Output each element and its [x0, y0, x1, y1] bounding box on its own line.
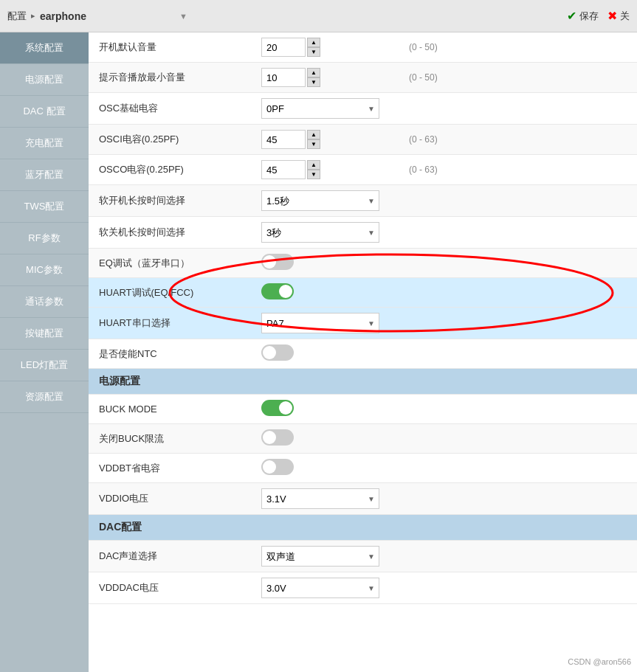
- buck-mode-toggle[interactable]: [261, 400, 294, 416]
- eq-debug-toggle[interactable]: [261, 254, 294, 270]
- close-label: 关: [620, 10, 630, 23]
- row-label: OSCI电容(0.25PF): [89, 125, 251, 155]
- spinbox-input[interactable]: [261, 130, 306, 149]
- sidebar-item-bluetooth[interactable]: 蓝牙配置: [0, 159, 89, 191]
- row-label: 提示音播放最小音量: [89, 63, 251, 93]
- row-hint: [399, 395, 637, 424]
- spin-down[interactable]: ▼: [307, 77, 320, 87]
- osc-select[interactable]: 0PF1PF2PF: [261, 98, 379, 119]
- row-hint: [399, 454, 637, 483]
- save-button[interactable]: ✔ 保存: [567, 9, 599, 23]
- spin-buttons: ▲ ▼: [307, 160, 320, 179]
- spinbox-input[interactable]: [261, 68, 306, 87]
- select-wrapper: 3.0V2.9V: [261, 578, 379, 598]
- spinbox-input[interactable]: [261, 38, 306, 57]
- profile-dropdown-arrow[interactable]: ▼: [179, 12, 187, 21]
- vdddac-select[interactable]: 3.0V2.9V: [261, 578, 379, 598]
- huart-debug-toggle[interactable]: [261, 283, 294, 299]
- close-button[interactable]: ✖ 关: [607, 9, 630, 23]
- huart-port-select[interactable]: PA7PA6PB0: [261, 313, 379, 333]
- spinbox-wrapper: ▲ ▼: [261, 68, 388, 87]
- select-wrapper: 3.1V3.0V2.9V: [261, 488, 379, 509]
- row-hint: [399, 217, 637, 249]
- row-value: PA7PA6PB0: [251, 308, 399, 339]
- settings-table: 开机默认音量 ▲ ▼ (0 - 50) 提示音播放最小: [89, 32, 637, 604]
- sidebar-item-dac[interactable]: DAC 配置: [0, 96, 89, 128]
- spinbox-wrapper: ▲ ▼: [261, 38, 388, 57]
- row-hint: [399, 572, 637, 604]
- top-bar: 配置 ▸ earphone ▼ ✔ 保存 ✖ 关: [0, 0, 637, 32]
- breadcrumb-arrow: ▸: [31, 11, 35, 21]
- row-value: [251, 278, 399, 308]
- spin-down[interactable]: ▼: [307, 47, 320, 57]
- spin-buttons: ▲ ▼: [307, 68, 320, 87]
- select-wrapper: 0PF1PF2PF: [261, 98, 379, 119]
- row-value: [251, 424, 399, 454]
- spin-up[interactable]: ▲: [307, 68, 320, 77]
- sidebar-item-charge[interactable]: 充电配置: [0, 128, 89, 159]
- sidebar-item-led[interactable]: LED灯配置: [0, 350, 89, 381]
- row-value: ▲ ▼: [251, 63, 399, 93]
- row-value: [251, 249, 399, 278]
- select-wrapper: 双声道左声道右声道: [261, 546, 379, 567]
- spin-up[interactable]: ▲: [307, 130, 320, 139]
- content-area: 开机默认音量 ▲ ▼ (0 - 50) 提示音播放最小: [89, 32, 637, 672]
- select-wrapper: 1.5秒2秒3秒: [261, 190, 379, 211]
- toggle-thumb: [263, 460, 276, 474]
- row-value: 双声道左声道右声道: [251, 541, 399, 572]
- dac-channel-select[interactable]: 双声道左声道右声道: [261, 546, 379, 567]
- profile-name: earphone: [40, 10, 86, 22]
- sidebar-item-tws[interactable]: TWS配置: [0, 191, 89, 223]
- row-label: EQ调试（蓝牙串口）: [89, 249, 251, 278]
- power-off-time-select[interactable]: 2秒3秒4秒: [261, 222, 379, 243]
- row-label: 软开机长按时间选择: [89, 185, 251, 217]
- row-value: [251, 454, 399, 483]
- sidebar: 系统配置 电源配置 DAC 配置 充电配置 蓝牙配置 TWS配置 RF参数 MI…: [0, 32, 89, 672]
- table-row: VDDDAC电压 3.0V2.9V: [89, 572, 637, 604]
- toggle-thumb: [263, 431, 276, 444]
- section-header-row: DAC配置: [89, 515, 637, 541]
- table-row: 提示音播放最小音量 ▲ ▼ (0 - 50): [89, 63, 637, 93]
- spin-up[interactable]: ▲: [307, 160, 320, 170]
- row-label: 开机默认音量: [89, 32, 251, 63]
- spin-buttons: ▲ ▼: [307, 38, 320, 57]
- row-label: HUART调试(EQ/FCC): [89, 278, 251, 308]
- sidebar-item-key[interactable]: 按键配置: [0, 318, 89, 350]
- power-on-time-select[interactable]: 1.5秒2秒3秒: [261, 190, 379, 211]
- table-row: VDDIO电压 3.1V3.0V2.9V: [89, 483, 637, 515]
- buck-limit-toggle[interactable]: [261, 429, 294, 446]
- spin-down[interactable]: ▼: [307, 139, 320, 149]
- sidebar-item-rf[interactable]: RF参数: [0, 223, 89, 254]
- table-row: 是否使能NTC: [89, 339, 637, 369]
- sidebar-item-mic[interactable]: MIC参数: [0, 254, 89, 286]
- sidebar-item-power[interactable]: 电源配置: [0, 64, 89, 96]
- row-hint: [399, 308, 637, 339]
- toggle-thumb: [263, 255, 276, 269]
- row-label: HUART串口选择: [89, 308, 251, 339]
- row-hint: [399, 93, 637, 125]
- toggle-thumb: [263, 346, 276, 359]
- sidebar-item-call[interactable]: 通话参数: [0, 286, 89, 318]
- spin-up[interactable]: ▲: [307, 38, 320, 47]
- sidebar-item-system[interactable]: 系统配置: [0, 32, 89, 64]
- spin-down[interactable]: ▼: [307, 170, 320, 179]
- table-row: 关闭BUCK限流: [89, 424, 637, 454]
- row-hint: [399, 185, 637, 217]
- sidebar-item-resource[interactable]: 资源配置: [0, 381, 89, 413]
- row-label: VDDBT省电容: [89, 454, 251, 483]
- row-label: 关闭BUCK限流: [89, 424, 251, 454]
- row-value: 0PF1PF2PF: [251, 93, 399, 125]
- row-hint: (0 - 63): [399, 155, 637, 185]
- vddio-select[interactable]: 3.1V3.0V2.9V: [261, 488, 379, 509]
- row-hint: (0 - 50): [399, 63, 637, 93]
- row-value: [251, 339, 399, 369]
- spinbox-wrapper: ▲ ▼: [261, 130, 388, 149]
- row-value: ▲ ▼: [251, 32, 399, 63]
- ntc-toggle[interactable]: [261, 344, 294, 361]
- table-row: EQ调试（蓝牙串口）: [89, 249, 637, 278]
- toggle-thumb: [279, 285, 292, 298]
- spinbox-wrapper: ▲ ▼: [261, 160, 388, 179]
- vddbt-toggle[interactable]: [261, 459, 294, 475]
- table-row: 软开机长按时间选择 1.5秒2秒3秒: [89, 185, 637, 217]
- spinbox-input[interactable]: [261, 160, 306, 179]
